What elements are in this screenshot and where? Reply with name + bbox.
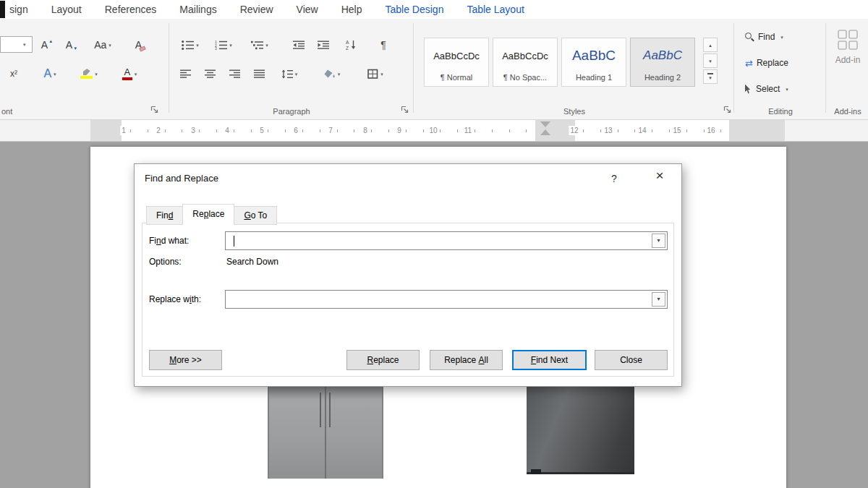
ruler-number: 14 [637, 126, 647, 135]
change-case-button[interactable]: Aa ▾ [88, 36, 117, 53]
menu-tab-help[interactable]: Help [330, 4, 374, 15]
style-sample: AaBbCcDc [502, 38, 548, 73]
show-formatting-marks-button[interactable]: ¶ [373, 36, 393, 53]
styles-scroll-down-button[interactable]: ▾ [703, 53, 718, 68]
find-and-replace-dialog: Find and Replace ? × Find Replace Go To … [134, 163, 682, 387]
image-refrigerator-dark[interactable] [527, 387, 634, 474]
style-sample: AaBbCcDc [433, 38, 480, 73]
replace-button[interactable]: ⇄ Replace [745, 55, 788, 71]
replace-arrows-icon: ⇄ [745, 59, 753, 68]
align-left-button[interactable] [175, 65, 195, 82]
image-refrigerator-silver[interactable] [268, 387, 383, 479]
select-button[interactable]: Select ▾ [745, 81, 788, 97]
align-right-button[interactable] [224, 65, 244, 82]
font-dialog-launcher[interactable] [149, 104, 160, 115]
grow-font-button[interactable]: A ▲ [36, 36, 58, 53]
style-card-heading-2[interactable]: AaBbC Heading 2 [630, 38, 695, 87]
menu-tab-table-design[interactable]: Table Design [373, 4, 455, 15]
style-card-heading-1[interactable]: AaBbC Heading 1 [561, 38, 626, 87]
find-what-input[interactable] [226, 232, 667, 249]
style-name: ¶ Normal [441, 73, 472, 82]
decrease-indent-button[interactable] [288, 36, 310, 53]
menu-tab-table-layout[interactable]: Table Layout [455, 4, 535, 15]
addins-button[interactable]: Add-in [827, 29, 868, 65]
styles-scroll-up-button[interactable]: ▴ [703, 38, 718, 52]
numbering-button[interactable]: 123 ▾ [208, 36, 239, 53]
line-spacing-button[interactable]: ▾ [275, 65, 304, 82]
menu-tab-mailings[interactable]: Mailings [168, 4, 228, 15]
styles-dialog-launcher[interactable] [722, 104, 733, 115]
borders-button[interactable]: ▾ [359, 65, 392, 82]
tab-find[interactable]: Find [146, 206, 183, 225]
shrink-font-button[interactable]: A ▼ [61, 36, 82, 53]
triangle-down-icon: ▾ [709, 75, 712, 80]
ruler-number: 2 [155, 126, 162, 135]
paragraph-group-label: Paragraph [171, 107, 412, 116]
menu-tab-references[interactable]: References [93, 4, 169, 15]
style-card-no-spacing[interactable]: AaBbCcDc ¶ No Spac... [493, 38, 558, 87]
document-area: Find and Replace ? × Find Replace Go To … [0, 142, 868, 488]
clear-formatting-button[interactable]: A [129, 36, 152, 53]
chevron-down-icon: ▾ [23, 42, 26, 47]
menu-tab-layout[interactable]: Layout [40, 4, 93, 15]
find-button[interactable]: Find ▾ [745, 29, 783, 45]
menu-tab-review[interactable]: Review [229, 4, 285, 15]
align-center-button[interactable] [200, 65, 220, 82]
find-next-button[interactable]: Find Next [512, 350, 587, 370]
group-separator [413, 23, 414, 113]
ruler[interactable]: 1 2 3 4 5 6 7 8 9 10 11 12 13 14 15 16 [0, 120, 868, 142]
paragraph-dialog-launcher[interactable] [399, 104, 410, 115]
font-color-button[interactable]: A ▾ [113, 65, 146, 82]
multilevel-list-button[interactable]: ▾ [244, 36, 275, 53]
options-label: Options: [149, 257, 182, 267]
dialog-tab-strip: Find Replace Go To [146, 204, 276, 225]
find-what-combobox[interactable]: ▾ [225, 231, 668, 250]
close-button[interactable]: Close [595, 350, 668, 370]
replace-all-button-text: ll [485, 355, 488, 365]
menu-tab-view[interactable]: View [285, 4, 330, 15]
chevron-down-icon: ▾ [786, 87, 788, 92]
cursor-arrow-icon [745, 85, 752, 94]
font-color-bar [122, 77, 132, 80]
options-value: Search Down [226, 257, 278, 267]
more-button-accel: M [169, 355, 176, 365]
tab-go-to[interactable]: Go To [234, 206, 277, 225]
font-size-input[interactable] [2, 40, 21, 49]
replace-all-button[interactable]: Replace All [430, 350, 503, 370]
shading-button[interactable]: ▾ [315, 65, 349, 82]
superscript-button[interactable]: x² [3, 65, 25, 82]
menu-tab-design-partial[interactable]: sign [7, 4, 40, 15]
find-what-dropdown-button[interactable]: ▾ [652, 234, 665, 248]
tab-go-to-text: o To [251, 210, 267, 221]
font-group: ▾ A ▲ A ▼ Aa ▾ A x² A ▾ [0, 19, 169, 119]
replace-button-accel: R [367, 355, 373, 365]
justify-button[interactable] [249, 65, 269, 82]
more-button[interactable]: More >> [149, 350, 222, 370]
chevron-down-icon: ▾ [95, 72, 98, 77]
styles-gallery-expand-button[interactable]: ▾ [703, 69, 718, 84]
multilevel-list-icon [251, 40, 263, 50]
font-size-combobox[interactable]: ▾ [0, 36, 33, 53]
dialog-close-button[interactable]: × [642, 164, 677, 187]
replace-with-dropdown-button[interactable]: ▾ [652, 292, 665, 307]
tab-replace[interactable]: Replace [182, 204, 234, 225]
bullets-button[interactable]: ▾ [175, 36, 205, 53]
dialog-help-button[interactable]: ? [603, 168, 625, 189]
tab-find-accel: d [169, 210, 174, 221]
sort-button[interactable]: AZ [339, 36, 363, 53]
increase-indent-button[interactable] [312, 36, 334, 53]
text-highlight-color-button[interactable]: ▾ [72, 65, 106, 82]
dialog-replace-button[interactable]: Replace [346, 350, 420, 370]
gallery-expand-bar [707, 73, 713, 74]
text-effects-button[interactable]: A ▾ [35, 65, 65, 82]
find-what-label-text: d what: [161, 236, 190, 246]
style-card-normal[interactable]: AaBbCcDc ¶ Normal [424, 38, 489, 87]
hanging-indent-marker[interactable] [540, 129, 550, 135]
replace-with-input[interactable] [226, 291, 667, 308]
indent-marker[interactable] [540, 121, 550, 135]
first-line-indent-marker[interactable] [540, 121, 550, 127]
replace-with-combobox[interactable]: ▾ [225, 290, 668, 309]
paint-bucket-icon [324, 69, 336, 79]
ruler-number: 6 [292, 126, 299, 135]
superscript-icon: x² [10, 69, 17, 79]
